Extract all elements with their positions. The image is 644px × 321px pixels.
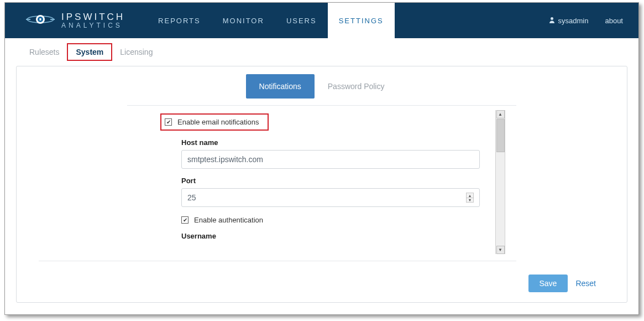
top-nav: IPSWITCH ANALYTICS REPORTS MONITOR USERS… bbox=[5, 3, 638, 38]
subtabs: Rulesets System Licensing bbox=[5, 38, 638, 66]
form-scroll-area: ✔ Enable email notifications Host name s… bbox=[160, 110, 505, 254]
scroll-thumb[interactable] bbox=[496, 119, 505, 152]
username-label: Username bbox=[181, 232, 491, 240]
tab-password-policy[interactable]: Password Policy bbox=[315, 74, 398, 99]
subtab-rulesets[interactable]: Rulesets bbox=[22, 44, 67, 60]
host-label: Host name bbox=[181, 138, 491, 147]
save-label: Save bbox=[540, 279, 557, 288]
subtab-rulesets-label: Rulesets bbox=[29, 48, 59, 56]
nav-settings-label: SETTINGS bbox=[339, 17, 384, 25]
scroll-down-icon[interactable]: ▼ bbox=[496, 246, 505, 254]
nav-users[interactable]: USERS bbox=[275, 3, 328, 38]
about-link[interactable]: about bbox=[596, 17, 623, 25]
port-label: Port bbox=[181, 177, 491, 185]
spinner-up-icon[interactable]: ▲ bbox=[467, 193, 473, 198]
enable-auth-label: Enable authentication bbox=[194, 216, 263, 224]
brand-logo: IPSWITCH ANALYTICS bbox=[25, 11, 125, 30]
divider bbox=[127, 105, 516, 106]
tab-notifications[interactable]: Notifications bbox=[246, 74, 315, 99]
settings-panel: Notifications Password Policy ✔ Enable e… bbox=[16, 66, 627, 303]
port-spinner[interactable]: ▲ ▼ bbox=[466, 193, 474, 203]
brand-line2: ANALYTICS bbox=[61, 22, 125, 29]
subtab-licensing-label: Licensing bbox=[120, 48, 153, 56]
reset-label: Reset bbox=[575, 279, 596, 288]
port-input[interactable]: 25 ▲ ▼ bbox=[181, 188, 480, 207]
enable-email-checkbox[interactable]: ✔ bbox=[165, 118, 172, 126]
actions: Save Reset bbox=[17, 261, 627, 292]
subtab-system-label: System bbox=[76, 48, 103, 56]
scroll-up-icon[interactable]: ▲ bbox=[496, 110, 505, 118]
nav-users-label: USERS bbox=[286, 17, 317, 25]
tab-notifications-label: Notifications bbox=[259, 82, 301, 91]
brand-line1: IPSWITCH bbox=[61, 12, 125, 22]
nav-monitor-label: MONITOR bbox=[223, 17, 264, 25]
nav-items: REPORTS MONITOR USERS SETTINGS bbox=[147, 3, 395, 38]
about-label: about bbox=[605, 17, 623, 25]
host-input[interactable]: smtptest.ipswitch.com bbox=[181, 150, 480, 169]
user-name: sysadmin bbox=[558, 17, 589, 25]
enable-email-label: Enable email notifications bbox=[177, 118, 259, 126]
svg-rect-5 bbox=[40, 18, 41, 20]
enable-email-row: ✔ Enable email notifications bbox=[160, 113, 269, 131]
reset-link[interactable]: Reset bbox=[575, 279, 596, 288]
nav-reports-label: REPORTS bbox=[158, 17, 201, 25]
scrollbar[interactable]: ▲ ▼ bbox=[495, 110, 505, 254]
subtab-licensing[interactable]: Licensing bbox=[112, 44, 160, 60]
tab-password-policy-label: Password Policy bbox=[328, 82, 385, 91]
subtab-system[interactable]: System bbox=[67, 43, 112, 61]
host-value: smtptest.ipswitch.com bbox=[187, 155, 263, 164]
nav-reports[interactable]: REPORTS bbox=[147, 3, 212, 38]
enable-auth-checkbox[interactable]: ✔ bbox=[181, 216, 189, 224]
user-icon bbox=[549, 17, 555, 25]
user-menu[interactable]: sysadmin bbox=[541, 17, 596, 25]
brand-icon bbox=[25, 11, 56, 30]
save-button[interactable]: Save bbox=[528, 275, 568, 292]
port-value: 25 bbox=[187, 193, 196, 202]
svg-point-6 bbox=[551, 17, 553, 20]
nav-settings[interactable]: SETTINGS bbox=[328, 3, 395, 38]
spinner-down-icon[interactable]: ▼ bbox=[467, 198, 473, 202]
inner-tabs: Notifications Password Policy bbox=[17, 66, 627, 99]
nav-monitor[interactable]: MONITOR bbox=[212, 3, 275, 38]
